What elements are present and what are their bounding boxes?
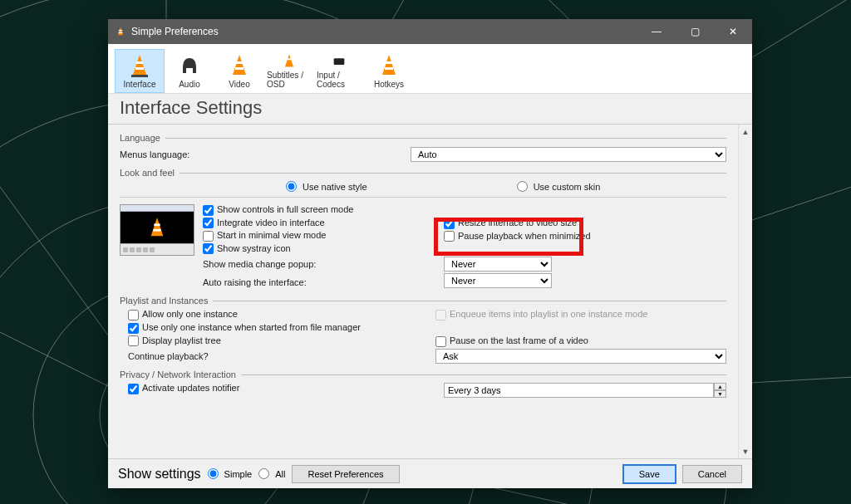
preferences-window: Simple Preferences — ▢ ✕ Interface Audio…	[108, 19, 752, 488]
group-legend: Privacy / Network Interaction	[120, 369, 241, 379]
scroll-up-icon[interactable]: ▲	[739, 125, 752, 139]
headphones-icon	[179, 53, 200, 78]
tab-label: Audio	[179, 80, 200, 89]
app-icon	[115, 26, 126, 37]
checkbox-resize-interface[interactable]: Resize interface to video size	[444, 218, 591, 229]
group-language: Language Menus language: Auto	[120, 133, 726, 163]
svg-marker-14	[118, 27, 123, 35]
board-icon	[328, 53, 350, 69]
tab-hotkeys[interactable]: Hotkeys	[364, 49, 414, 93]
scroll-down-icon[interactable]: ▼	[739, 444, 752, 458]
svg-rect-20	[131, 75, 148, 77]
svg-rect-32	[153, 229, 160, 232]
checkbox-start-minimal[interactable]: Start in minimal view mode	[203, 230, 402, 242]
spin-down[interactable]: ▼	[714, 390, 726, 398]
maximize-button[interactable]: ▢	[676, 19, 714, 44]
svg-rect-25	[287, 58, 291, 60]
auto-raise-label: Auto raising the interface:	[203, 277, 307, 287]
group-playlist: Playlist and Instances Allow only one in…	[120, 296, 726, 365]
tab-label: Interface	[124, 80, 156, 89]
updates-interval-input[interactable]	[444, 383, 714, 398]
group-privacy: Privacy / Network Interaction Activate u…	[120, 369, 726, 398]
svg-rect-19	[135, 67, 144, 70]
cone-icon	[129, 53, 150, 78]
tab-label: Input / Codecs	[317, 71, 362, 89]
svg-rect-18	[136, 61, 143, 64]
radio-custom-skin[interactable]: Use custom skin	[517, 181, 601, 192]
cone-icon	[378, 53, 400, 78]
group-legend: Playlist and Instances	[120, 296, 213, 306]
cone-icon	[147, 216, 167, 239]
footer: Show settings Simple All Reset Preferenc…	[108, 458, 752, 488]
spin-up[interactable]: ▲	[714, 383, 726, 390]
save-button[interactable]: Save	[623, 465, 676, 483]
cone-icon	[278, 53, 300, 69]
checkbox-integrate-video[interactable]: Integrate video in interface	[203, 218, 402, 229]
menus-language-select[interactable]: Auto	[411, 147, 726, 162]
svg-marker-27	[382, 55, 396, 75]
auto-raise-select[interactable]: Never	[444, 273, 552, 288]
vertical-scrollbar[interactable]: ▲ ▼	[738, 125, 752, 458]
preview-thumbnail	[120, 204, 194, 256]
window-title: Simple Preferences	[131, 26, 219, 37]
checkbox-show-controls[interactable]: Show controls in full screen mode	[203, 204, 402, 216]
group-look-and-feel: Look and feel Use native style Use custo…	[120, 168, 726, 291]
radio-native-style[interactable]: Use native style	[286, 181, 367, 192]
tab-subtitles[interactable]: Subtitles / OSD	[264, 49, 314, 93]
svg-marker-17	[133, 55, 146, 75]
checkbox-display-tree[interactable]: Display playlist tree	[128, 335, 402, 347]
checkbox-pause-minimized[interactable]: Pause playback when minimized	[444, 231, 591, 242]
tab-input-codecs[interactable]: Input / Codecs	[314, 49, 364, 93]
continue-playback-label: Continue playback?	[128, 351, 209, 361]
checkbox-show-systray[interactable]: Show systray icon	[203, 243, 402, 255]
svg-rect-23	[235, 67, 243, 70]
group-legend: Look and feel	[120, 168, 180, 178]
group-legend: Language	[120, 133, 165, 143]
tab-audio[interactable]: Audio	[165, 49, 214, 93]
checkbox-allow-one-instance[interactable]: Allow only one instance	[128, 309, 402, 321]
titlebar[interactable]: Simple Preferences — ▢ ✕	[108, 19, 752, 44]
svg-rect-15	[119, 30, 122, 31]
media-change-select[interactable]: Never	[444, 257, 552, 272]
show-settings-label: Show settings	[118, 467, 201, 482]
svg-rect-28	[386, 61, 392, 64]
reset-preferences-button[interactable]: Reset Preferences	[292, 465, 399, 483]
radio-all[interactable]: All	[258, 468, 285, 479]
svg-rect-22	[236, 61, 243, 64]
checkbox-enqueue: Enqueue items into playlist in one insta…	[435, 309, 726, 321]
page-title: Interface Settings	[108, 94, 752, 125]
tab-video[interactable]: Video	[214, 49, 264, 93]
close-button[interactable]: ✕	[714, 19, 752, 44]
svg-rect-31	[154, 223, 160, 226]
svg-marker-30	[151, 218, 164, 236]
radio-simple[interactable]: Simple	[208, 468, 253, 479]
checkbox-updates-notifier[interactable]: Activate updates notifier	[128, 383, 411, 398]
cancel-button[interactable]: Cancel	[682, 465, 742, 483]
cone-icon	[229, 53, 250, 78]
svg-rect-16	[119, 32, 123, 33]
tab-label: Hotkeys	[374, 80, 404, 89]
tab-label: Subtitles / OSD	[267, 71, 312, 89]
checkbox-use-one-fm[interactable]: Use only one instance when started from …	[128, 322, 402, 334]
svg-marker-21	[233, 55, 246, 75]
minimize-button[interactable]: —	[637, 19, 676, 44]
menus-language-label: Menus language:	[120, 149, 411, 159]
svg-rect-29	[385, 67, 393, 70]
svg-rect-26	[334, 58, 345, 65]
checkbox-pause-last-frame[interactable]: Pause on the last frame of a video	[435, 335, 726, 347]
svg-marker-24	[285, 54, 293, 66]
tab-label: Video	[229, 80, 249, 89]
media-change-label: Show media change popup:	[203, 259, 316, 269]
category-tabs: Interface Audio Video Subtitles / OSD In…	[108, 44, 752, 94]
continue-playback-select[interactable]: Ask	[435, 349, 726, 364]
tab-interface[interactable]: Interface	[115, 49, 165, 93]
